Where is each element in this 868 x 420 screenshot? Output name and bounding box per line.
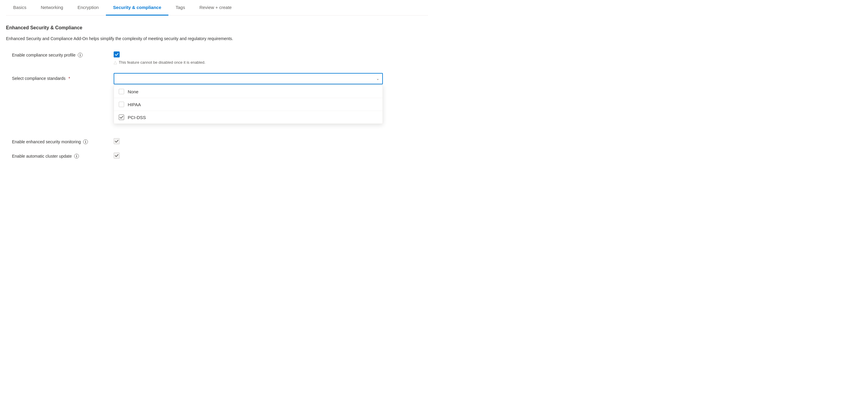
tab-security[interactable]: Security & compliance — [106, 0, 168, 16]
tab-navigation: Basics Networking Encryption Security & … — [6, 0, 428, 16]
form-section: Enable compliance security profile ℹ △ T… — [6, 52, 428, 158]
cluster-update-checkbox[interactable] — [114, 153, 120, 158]
option-pci-dss-checkbox[interactable] — [119, 115, 124, 120]
warning-text: This feature cannot be disabled once it … — [119, 60, 206, 65]
compliance-standards-dropdown-menu: None HIPAA — [114, 85, 383, 124]
option-pci-dss-label: PCI-DSS — [128, 115, 146, 120]
cluster-update-info-icon[interactable]: ℹ — [74, 154, 79, 158]
compliance-profile-checkbox[interactable] — [114, 52, 120, 57]
compliance-standards-label-group: Select compliance standards * — [12, 73, 114, 81]
compliance-profile-row: Enable compliance security profile ℹ △ T… — [12, 52, 428, 65]
security-monitoring-info-icon[interactable]: ℹ — [83, 140, 88, 144]
dropdown-option-hipaa[interactable]: HIPAA — [114, 98, 382, 111]
warning-triangle-icon: △ — [114, 60, 117, 65]
dropdown-option-pci-dss[interactable]: PCI-DSS — [114, 111, 382, 124]
required-indicator: * — [68, 76, 70, 81]
compliance-profile-checkbox-wrapper — [114, 52, 206, 57]
option-hipaa-checkbox[interactable] — [119, 102, 124, 107]
compliance-standards-row: Select compliance standards * ⌄ None — [12, 73, 428, 84]
compliance-profile-label-group: Enable compliance security profile ℹ — [12, 52, 114, 57]
warning-message: △ This feature cannot be disabled once i… — [114, 60, 206, 65]
tab-review[interactable]: Review + create — [192, 0, 239, 16]
security-monitoring-row: Enable enhanced security monitoring ℹ — [12, 138, 428, 144]
section-description: Enhanced Security and Compliance Add-On … — [6, 35, 233, 42]
option-none-label: None — [128, 89, 138, 94]
dropdown-option-none[interactable]: None — [114, 85, 382, 98]
section-heading: Enhanced Security & Compliance — [6, 25, 428, 31]
tab-tags[interactable]: Tags — [168, 0, 192, 16]
security-monitoring-checkbox[interactable] — [114, 138, 120, 144]
option-hipaa-label: HIPAA — [128, 102, 141, 107]
cluster-update-row: Enable automatic cluster update ℹ — [12, 153, 428, 158]
compliance-profile-info-icon[interactable]: ℹ — [78, 53, 83, 57]
chevron-down-icon: ⌄ — [376, 77, 379, 81]
tab-encryption[interactable]: Encryption — [70, 0, 106, 16]
tab-basics[interactable]: Basics — [6, 0, 33, 16]
main-content: Enhanced Security & Compliance Enhanced … — [6, 25, 428, 158]
cluster-update-label: Enable automatic cluster update — [12, 154, 72, 158]
security-monitoring-label-group: Enable enhanced security monitoring ℹ — [12, 138, 114, 144]
compliance-standards-dropdown-container: ⌄ None HIPAA — [114, 73, 383, 84]
compliance-profile-label: Enable compliance security profile — [12, 53, 75, 57]
tab-networking[interactable]: Networking — [33, 0, 70, 16]
compliance-standards-dropdown[interactable]: ⌄ — [114, 73, 383, 84]
compliance-standards-label: Select compliance standards — [12, 76, 65, 81]
cluster-update-label-group: Enable automatic cluster update ℹ — [12, 153, 114, 158]
security-monitoring-label: Enable enhanced security monitoring — [12, 140, 81, 144]
option-none-checkbox[interactable] — [119, 89, 124, 94]
